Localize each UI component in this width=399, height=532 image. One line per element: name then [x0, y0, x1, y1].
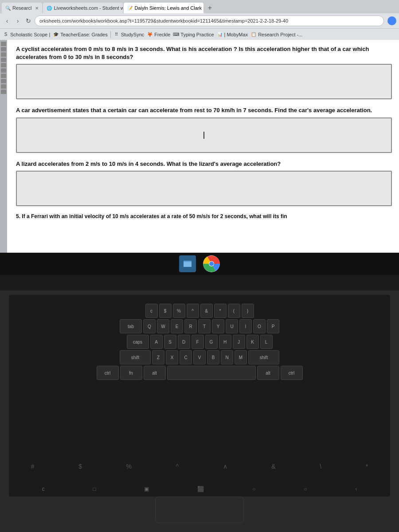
bookmark-studysync[interactable]: ⠿ StudySync: [113, 31, 145, 38]
bookmark-typing-practice[interactable]: ⌨ Typing Practice: [173, 31, 214, 38]
key-alt-l[interactable]: alt: [144, 366, 166, 380]
key-rparen[interactable]: ): [242, 304, 254, 318]
scroll-indicator: [1, 42, 6, 46]
profile-avatar[interactable]: [387, 16, 396, 25]
question-3-text: A car advertisement states that a certai…: [16, 106, 392, 114]
key-star[interactable]: *: [214, 304, 227, 318]
nav-sym-7: ‹: [356, 486, 357, 492]
back-button[interactable]: ‹: [3, 16, 12, 25]
key-dollar[interactable]: $: [159, 304, 172, 318]
key-o[interactable]: O: [253, 319, 266, 333]
key-h[interactable]: H: [219, 335, 231, 349]
key-c[interactable]: c: [145, 304, 158, 318]
bookmark-scholastic[interactable]: S Scholastic Scope |: [3, 31, 50, 38]
key-v[interactable]: V: [193, 350, 206, 364]
bookmark-mobymax[interactable]: 📊 | MobyMax: [217, 31, 248, 38]
key-m[interactable]: M: [235, 350, 247, 364]
key-z[interactable]: Z: [152, 350, 164, 364]
chrome-taskbar-icon[interactable]: [203, 255, 220, 272]
symbol-backslash: \: [320, 463, 321, 470]
key-r[interactable]: R: [184, 319, 197, 333]
scroll-indicator: [1, 47, 6, 51]
symbol-star: *: [366, 463, 368, 470]
key-s[interactable]: S: [164, 335, 176, 349]
research-icon: 📋: [250, 31, 257, 38]
question-4-block: A lizard accelerates from 2 m/s to 10 m/…: [16, 160, 392, 206]
key-percent[interactable]: %: [173, 304, 185, 318]
key-a[interactable]: A: [150, 335, 163, 349]
question-3-block: A car advertisement states that a certai…: [16, 106, 392, 153]
bookmark-label: StudySync: [121, 32, 145, 37]
key-g[interactable]: G: [205, 335, 218, 349]
question-2-answer-box[interactable]: [16, 64, 392, 99]
question-3-answer-box[interactable]: [16, 117, 392, 153]
key-x[interactable]: X: [166, 350, 178, 364]
scholastic-icon: S: [3, 31, 9, 38]
key-w[interactable]: W: [157, 319, 169, 333]
bookmark-divider: [110, 31, 111, 38]
tab-close-icon[interactable]: ✕: [35, 6, 39, 11]
symbol-percent: %: [126, 463, 132, 470]
key-shift-l[interactable]: shift: [120, 350, 151, 364]
key-d[interactable]: D: [178, 335, 190, 349]
partial-question-5: 5. If a Ferrari with an initial velocity…: [16, 213, 392, 219]
key-and[interactable]: &: [200, 304, 213, 318]
keyboard-row-3: caps A S D F G H J K L: [9, 335, 390, 349]
files-taskbar-icon[interactable]: [179, 255, 196, 272]
bookmark-teacherease[interactable]: 🎓 TeacherEase: Grades: [53, 31, 107, 38]
key-y[interactable]: Y: [212, 319, 224, 333]
key-f[interactable]: F: [192, 335, 204, 349]
scroll-indicator: [1, 63, 6, 67]
address-bar-row: ‹ › ↻ orksheets.com/workbooks/workbook.a…: [0, 13, 399, 28]
forward-button[interactable]: ›: [13, 16, 22, 25]
key-lparen[interactable]: (: [228, 304, 240, 318]
scroll-indicator: [1, 52, 6, 57]
scroll-indicator: [1, 84, 6, 89]
key-shift-r[interactable]: shift: [248, 350, 279, 364]
key-space[interactable]: [167, 366, 256, 380]
refresh-button[interactable]: ↻: [24, 16, 33, 25]
key-j[interactable]: J: [233, 335, 245, 349]
tab-daiyln[interactable]: 📝 Daiyln Siernis: Lewis and Clark ✕: [124, 3, 203, 13]
keyboard-row-4: shift Z X C V B N M shift: [9, 350, 390, 364]
key-fn[interactable]: fn: [120, 366, 142, 380]
bookmark-freckle[interactable]: 🦊 Freckle: [147, 31, 170, 38]
key-alt-r[interactable]: alt: [257, 366, 279, 380]
symbol-chevron: ∧: [223, 463, 227, 470]
key-u[interactable]: U: [226, 319, 238, 333]
address-bar[interactable]: orksheets.com/workbooks/workbook.asp?t=1…: [35, 16, 384, 26]
key-k[interactable]: K: [246, 335, 259, 349]
new-tab-button[interactable]: +: [204, 3, 215, 13]
nav-sym-5: ○: [252, 486, 255, 492]
key-i[interactable]: I: [239, 319, 252, 333]
key-n[interactable]: N: [221, 350, 233, 364]
key-p[interactable]: P: [267, 319, 279, 333]
key-b[interactable]: B: [207, 350, 219, 364]
key-l[interactable]: L: [260, 335, 273, 349]
scroll-indicator: [1, 74, 6, 78]
key-caps[interactable]: caps: [127, 335, 149, 349]
symbol-dollar: $: [78, 463, 82, 470]
bookmark-research[interactable]: 📋 Research Project -...: [250, 31, 302, 38]
key-ctrl-r[interactable]: ctrl: [281, 366, 303, 380]
bottom-symbols-row: # $ % ^ ∧ & \ *: [0, 463, 399, 470]
question-4-text: A lizard accelerates from 2 m/s to 10 m/…: [16, 160, 392, 168]
key-tab[interactable]: tab: [120, 319, 142, 333]
url-text: orksheets.com/workbooks/workbook.asp?t=1…: [39, 18, 288, 23]
key-cv[interactable]: C: [180, 350, 192, 364]
key-t[interactable]: T: [198, 319, 211, 333]
tab-researcl[interactable]: 🔍 Researcl ✕: [2, 3, 42, 13]
win-taskbar: [0, 253, 399, 275]
bookmark-label: Scholastic Scope |: [10, 32, 50, 37]
key-caret[interactable]: ^: [187, 304, 199, 318]
bookmark-label: Freckle: [154, 32, 170, 37]
bookmark-label: Research Project -...: [258, 32, 302, 37]
nav-sym-1: c: [42, 486, 44, 492]
tab-liveworksheets[interactable]: 🌐 Liveworksheets.com - Student w: ✕: [43, 3, 123, 13]
trackpad[interactable]: [155, 497, 244, 523]
tab-bar: 🔍 Researcl ✕ 🌐 Liveworksheets.com - Stud…: [0, 0, 399, 13]
key-ctrl-l[interactable]: ctrl: [97, 366, 119, 380]
key-e[interactable]: E: [171, 319, 183, 333]
key-q[interactable]: Q: [143, 319, 156, 333]
question-4-answer-box[interactable]: [16, 171, 392, 206]
